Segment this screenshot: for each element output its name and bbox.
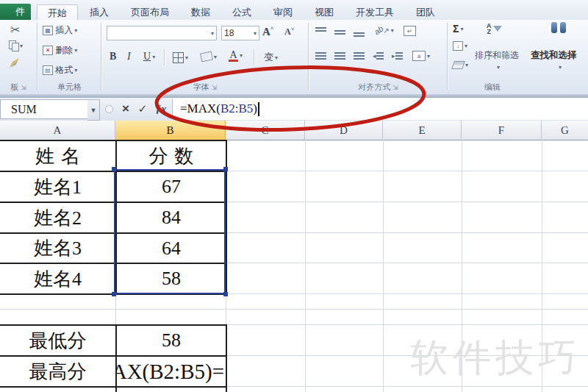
align-top-button[interactable] <box>315 27 328 37</box>
chevron-down-icon[interactable]: ▾ <box>211 30 214 37</box>
enter-button[interactable]: ✓ <box>136 100 149 118</box>
align-left-button[interactable] <box>315 52 326 60</box>
font-size-combo[interactable]: 18▾ <box>221 26 259 40</box>
align-center-button[interactable] <box>334 52 345 60</box>
increase-indent-button[interactable]: ▸ <box>392 52 403 60</box>
selection-handle[interactable] <box>112 167 116 171</box>
borders-button[interactable]: ▾ <box>173 52 188 63</box>
sort-filter-icon: A Z <box>487 23 502 35</box>
column-header-e[interactable]: E <box>383 121 462 140</box>
align-bottom-button[interactable] <box>354 27 366 37</box>
column-header-b[interactable]: B <box>115 121 226 140</box>
format-cells-icon: ▤ <box>43 65 53 75</box>
cell-B10[interactable] <box>115 386 226 392</box>
fill-button[interactable]: ↓▾ <box>453 41 467 51</box>
range-selection-border <box>114 169 226 294</box>
phonetic-guide-button[interactable]: 变▾ <box>264 51 278 64</box>
formula-bar: SUM ▼ × ✓ ƒx =MAX(B2:B5) <box>0 98 588 121</box>
align-middle-button[interactable] <box>334 27 347 37</box>
column-header-a[interactable]: A <box>0 121 115 140</box>
font-name-combo[interactable]: ▾ <box>107 26 217 40</box>
cell-A3[interactable]: 姓名2 <box>0 202 115 232</box>
selection-handle[interactable] <box>223 292 228 296</box>
sort-filter-button[interactable]: 排序和筛选 <box>475 49 519 62</box>
cell-A8[interactable]: 最低分 <box>0 324 115 355</box>
column-header-c[interactable]: C <box>226 121 305 140</box>
cell-A10[interactable]: 平均分 <box>0 386 115 392</box>
group-cells: ▦ 插入▾ ✕ 删除▾ ▤ 格式▾ 单元格 <box>38 20 101 94</box>
text-cursor <box>258 102 259 116</box>
format-painter-icon[interactable] <box>10 58 19 68</box>
find-select-button[interactable]: 查找和选择 <box>531 49 577 62</box>
summary-table: 最低分 58 最高分 =MAX(B2:B5) 平均分 <box>0 324 227 392</box>
formula-bar-collapse-button[interactable] <box>104 100 114 118</box>
cell-A1[interactable]: 姓名 <box>0 140 115 171</box>
tab-home[interactable]: 开始 <box>37 4 78 21</box>
group-label-cells: 单元格 <box>38 82 101 93</box>
align-right-button[interactable] <box>354 52 365 60</box>
bold-button[interactable]: B <box>110 51 116 63</box>
cell-A9[interactable]: 最高分 <box>0 355 115 386</box>
group-font: ▾ 18▾ A˄ A˅ B I U▾ ▾ ▾ A ▾ <box>102 20 308 94</box>
column-header-f[interactable]: F <box>462 121 542 140</box>
separator <box>254 49 255 65</box>
tab-file[interactable]: 件 <box>0 4 31 20</box>
autosum-button[interactable]: Σ▾ <box>453 23 463 35</box>
tab-insert[interactable]: 插入 <box>79 4 119 20</box>
tab-page-layout[interactable]: 页面布局 <box>121 4 179 20</box>
wrap-text-button[interactable]: ↵ <box>404 26 416 36</box>
insert-cells-icon: ▦ <box>43 26 53 35</box>
cell-B8[interactable]: 58 <box>115 324 226 355</box>
dialog-launcher-icon[interactable]: ⇲ <box>212 84 218 91</box>
chevron-down-icon[interactable]: ▾ <box>495 64 500 71</box>
watermark: 软件技巧 <box>410 332 581 384</box>
cell-A2[interactable]: 姓名1 <box>0 171 115 202</box>
tab-data[interactable]: 数据 <box>181 4 220 20</box>
selection-handle[interactable] <box>112 292 116 296</box>
excel-window: 件 开始 插入 页面布局 数据 公式 审阅 视图 开发工具 团队 ✂ ▾ 板 ⇲ <box>0 0 588 392</box>
wrap-text-icon: ↵ <box>404 26 416 36</box>
ribbon: 件 开始 插入 页面布局 数据 公式 审阅 视图 开发工具 团队 ✂ ▾ 板 ⇲ <box>0 0 588 98</box>
copy-icon[interactable]: ▾ <box>9 40 23 51</box>
group-clipboard: ✂ ▾ 板 ⇲ <box>0 20 37 94</box>
cell-B9-editing[interactable]: =MAX(B2:B5) <box>115 355 226 386</box>
name-box[interactable]: SUM <box>0 99 98 119</box>
insert-cells-button[interactable]: ▦ 插入▾ <box>43 24 77 37</box>
column-header-g[interactable]: G <box>542 121 588 140</box>
spreadsheet: A B C D E F G 软件技巧 姓名 <box>0 121 588 392</box>
column-header-d[interactable]: D <box>305 121 383 140</box>
chevron-down-icon[interactable]: ▾ <box>254 30 257 37</box>
tab-formulas[interactable]: 公式 <box>222 4 262 20</box>
eraser-icon <box>451 61 465 69</box>
name-box-dropdown[interactable]: ▼ <box>87 99 100 121</box>
selection-handle[interactable] <box>223 167 228 171</box>
formula-input[interactable]: =MAX(B2:B5) <box>173 98 588 120</box>
fill-color-button[interactable]: ▾ <box>201 52 217 61</box>
tab-review[interactable]: 审阅 <box>263 4 303 20</box>
underline-button[interactable]: U▾ <box>143 51 155 63</box>
italic-button[interactable]: I <box>127 51 131 63</box>
grow-font-button[interactable]: A˄ <box>262 26 274 38</box>
merge-center-button[interactable]: a▾ <box>412 51 430 61</box>
cell-A5[interactable]: 姓名4 <box>0 263 115 293</box>
dialog-launcher-icon[interactable]: ⇲ <box>392 84 398 91</box>
clear-button[interactable]: ▾ <box>453 61 468 69</box>
insert-function-button[interactable]: ƒx <box>153 100 169 118</box>
orientation-button[interactable]: ab↗▾ <box>374 26 394 35</box>
chevron-down-icon[interactable]: ▾ <box>557 64 562 71</box>
cell-B1[interactable]: 分数 <box>115 140 226 171</box>
cell-A4[interactable]: 姓名3 <box>0 232 115 263</box>
cancel-button[interactable]: × <box>119 100 132 118</box>
shrink-font-button[interactable]: A˅ <box>284 26 294 38</box>
delete-cells-button[interactable]: ✕ 删除▾ <box>43 44 77 57</box>
dialog-launcher-icon[interactable]: ⇲ <box>21 84 26 91</box>
tab-team[interactable]: 团队 <box>406 4 445 20</box>
cut-icon[interactable]: ✂ <box>10 23 20 37</box>
decrease-indent-button[interactable]: ◂ <box>373 52 384 60</box>
tab-view[interactable]: 视图 <box>304 4 344 20</box>
merge-center-icon: a <box>412 51 426 61</box>
font-color-button[interactable]: A ▾ <box>229 49 243 62</box>
format-cells-button[interactable]: ▤ 格式▾ <box>43 64 77 76</box>
formula-suffix: ) <box>253 101 257 116</box>
tab-developer[interactable]: 开发工具 <box>345 4 404 20</box>
